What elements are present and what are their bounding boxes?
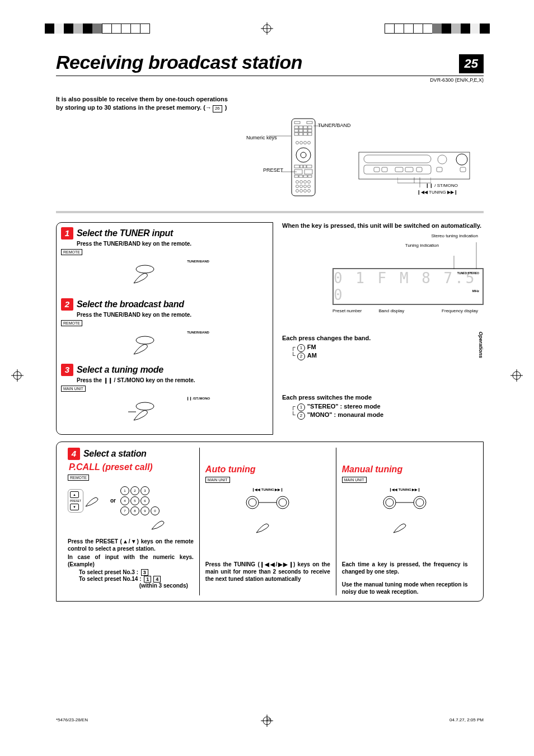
svg-point-78 <box>386 499 394 506</box>
auto-tuning-body: Press the TUNING (❙◀◀/▶▶❙) keys on the m… <box>205 561 330 583</box>
intro-text: It is also possible to receive them by o… <box>56 95 269 112</box>
svg-point-75 <box>279 499 287 506</box>
auto-tuning-label: ❙◀◀ TUNING ▶▶❙ <box>205 487 330 491</box>
band-list: ┌ 1FM └ 2AM <box>291 344 484 360</box>
step-2-badge: 2 <box>61 298 73 311</box>
svg-point-38 <box>296 185 299 187</box>
mode-stereo: "STEREO" : stereo mode <box>307 403 381 410</box>
display-readout: 0 1 F M 8 7.5 0 <box>334 270 483 303</box>
hand-icon-3 <box>251 515 284 537</box>
svg-point-35 <box>300 180 303 183</box>
svg-point-53 <box>456 154 467 165</box>
example-2-label: To select preset No.14 : <box>79 576 142 582</box>
svg-point-39 <box>300 185 303 187</box>
display-mhz: MHz <box>472 289 479 293</box>
svg-point-41 <box>308 185 311 187</box>
step-2-title: Select the broadcast band <box>77 299 184 309</box>
intro-line2-post: ) <box>223 104 227 111</box>
step-3-tag: MAIN UNIT <box>61 386 86 392</box>
tuning-knobs-icon <box>242 495 293 511</box>
step-2-tag: REMOTE <box>61 320 82 326</box>
main-unit-illustration <box>358 152 470 181</box>
arrow-icon: → <box>205 104 212 111</box>
label-stereo-tuning: Stereo tuning indication <box>431 233 478 238</box>
label-st-mono: ❙❙ / ST/MONO <box>425 183 458 188</box>
right-2-heading: Each press changes the band. <box>282 335 484 341</box>
svg-rect-4 <box>294 121 300 124</box>
svg-point-43 <box>300 189 303 192</box>
pcall-title: P.CALL (preset call) <box>69 462 194 472</box>
svg-rect-33 <box>308 175 312 177</box>
step-1-title: Select the TUNER input <box>77 228 173 238</box>
step-3-title: Select a tuning mode <box>77 365 163 375</box>
page-number-badge: 25 <box>459 54 484 73</box>
step-1-illustration: TUNER/BAND <box>128 260 268 287</box>
manual-tag: MAIN UNIT <box>342 477 367 483</box>
section-divider <box>56 211 484 213</box>
svg-rect-12 <box>303 129 307 132</box>
svg-rect-5 <box>307 121 312 124</box>
display-panel: TUNED STEREO 0 1 F M 8 7.5 0 MHz <box>332 268 484 305</box>
svg-rect-57 <box>405 167 413 172</box>
intro-line2-pre: by storing up to 30 stations in the pres… <box>56 104 205 111</box>
mode-list: ┌ 1"STEREO" : stereo mode └ 2"MONO" : mo… <box>291 403 484 420</box>
svg-point-68 <box>136 402 154 410</box>
svg-point-44 <box>304 189 307 192</box>
pcall-body-2: In case of input with the numeric keys. … <box>68 553 194 568</box>
key-3: 3 <box>141 569 148 576</box>
step-4-title: Select a station <box>83 449 147 459</box>
svg-point-36 <box>304 180 307 183</box>
svg-rect-15 <box>299 133 303 135</box>
svg-point-72 <box>246 496 259 509</box>
step-1-badge: 1 <box>61 227 73 240</box>
step-3-illustration: ❙❙ /ST./MONO <box>128 396 268 424</box>
svg-point-21 <box>308 141 311 144</box>
page-ref-26: 26 <box>213 105 222 112</box>
svg-rect-60 <box>460 167 466 172</box>
step-4-badge: 4 <box>68 448 80 460</box>
svg-rect-9 <box>308 126 312 129</box>
registration-mark-icon <box>261 22 273 35</box>
steps-panel: 1 Select the TUNER input Press the TUNER… <box>56 222 273 435</box>
intro-line1: It is also possible to receive them by o… <box>56 96 228 102</box>
svg-rect-50 <box>364 155 431 163</box>
svg-point-66 <box>136 265 154 273</box>
svg-rect-6 <box>294 126 298 129</box>
svg-rect-13 <box>308 129 312 132</box>
svg-point-74 <box>277 496 289 509</box>
step-3-badge: 3 <box>61 364 73 376</box>
svg-point-18 <box>296 141 299 144</box>
st-mono-label: ❙❙ /ST./MONO <box>128 396 268 400</box>
svg-point-67 <box>136 336 154 344</box>
example-2-note: (within 3 seconds) <box>68 583 188 589</box>
remote-illustration <box>291 118 316 198</box>
manual-body-2: Use the manual tuning mode when receptio… <box>342 581 468 595</box>
or-label: or <box>110 497 116 504</box>
svg-rect-8 <box>303 126 307 129</box>
step-2-illustration: TUNER/BAND <box>128 331 268 358</box>
svg-rect-10 <box>294 129 298 132</box>
svg-point-22 <box>296 148 311 162</box>
display-tuned-stereo: TUNED STEREO <box>457 271 479 275</box>
svg-rect-17 <box>308 133 312 135</box>
svg-rect-55 <box>382 167 387 172</box>
tuner-band-label-2: TUNER/BAND <box>128 331 268 334</box>
label-band-display: Band display <box>378 308 404 313</box>
band-fm: FM <box>307 344 316 350</box>
hand-icon-2 <box>146 515 180 532</box>
footer-left: *5476/23-28/EN <box>56 717 88 722</box>
svg-point-42 <box>296 189 299 192</box>
svg-rect-26 <box>303 165 306 168</box>
band-am: AM <box>307 352 317 359</box>
svg-rect-32 <box>303 175 307 177</box>
label-frequency-display: Frequency display <box>442 308 478 313</box>
footer-right: 04.7.27, 2:05 PM <box>449 717 484 722</box>
pcall-tag: REMOTE <box>68 475 89 481</box>
page-title: Receiving broadcast station <box>56 51 302 73</box>
label-tuning-indication: Tuning indication <box>405 243 439 248</box>
tuning-knobs-icon-2 <box>380 495 430 511</box>
numeric-keypad-illustration: 123 456 7890 <box>120 486 160 515</box>
svg-point-40 <box>304 185 307 187</box>
registration-mark-right-icon <box>510 369 523 383</box>
svg-rect-49 <box>359 152 470 179</box>
